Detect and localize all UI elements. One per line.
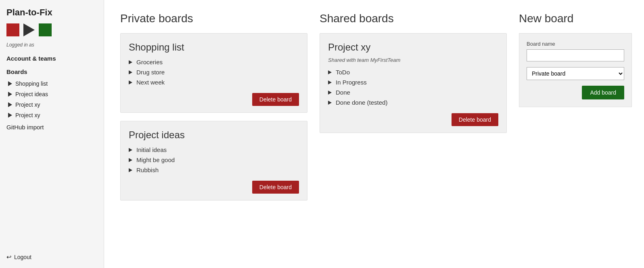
- chevron-right-icon: [8, 81, 12, 86]
- project-ideas-card-title: Project ideas: [129, 129, 299, 141]
- list-item-label: Next week: [136, 79, 165, 86]
- list-item-label: Rubbish: [136, 167, 159, 173]
- sidebar: Plan-to-Fix Logged in as Account & teams…: [0, 0, 104, 268]
- private-boards-column: Private boards Shopping list Groceries D…: [120, 12, 307, 256]
- shopping-list-card: Shopping list Groceries Drug store Next …: [120, 33, 307, 113]
- sidebar-board-project-ideas[interactable]: Project ideas: [6, 89, 97, 99]
- main-content: Private boards Shopping list Groceries D…: [104, 0, 644, 268]
- list-item[interactable]: In Progress: [328, 77, 498, 87]
- sidebar-board-project-xy-2[interactable]: Project xy: [6, 110, 97, 120]
- play-icon: [23, 23, 35, 36]
- board-type-select[interactable]: Private board Shared board: [527, 67, 624, 80]
- chevron-right-icon: [328, 70, 332, 74]
- chevron-right-icon: [8, 113, 12, 118]
- logout-label: Logout: [14, 254, 31, 260]
- sidebar-item-boards[interactable]: Boards: [6, 65, 97, 78]
- list-item-label: Done done (tested): [336, 99, 387, 106]
- project-ideas-card: Project ideas Initial ideas Might be goo…: [120, 121, 307, 200]
- red-square-icon: [6, 23, 19, 36]
- list-item-label: Groceries: [136, 59, 163, 65]
- sidebar-board-project-xy-1[interactable]: Project xy: [6, 99, 97, 110]
- add-board-button[interactable]: Add board: [582, 86, 624, 99]
- list-item-label: Done: [336, 89, 350, 96]
- private-boards-title: Private boards: [120, 12, 307, 25]
- project-xy-card: Project xy Shared with team MyFirstTeam …: [320, 33, 507, 133]
- chevron-right-icon: [129, 168, 132, 172]
- list-item-label: ToDo: [336, 69, 350, 76]
- sidebar-item-account-teams[interactable]: Account & teams: [6, 52, 97, 65]
- chevron-right-icon: [8, 92, 12, 97]
- list-item[interactable]: Done done (tested): [328, 97, 498, 108]
- list-item[interactable]: Rubbish: [129, 165, 299, 175]
- chevron-right-icon: [129, 70, 132, 74]
- green-square-icon: [39, 23, 52, 36]
- delete-board-button[interactable]: Delete board: [452, 113, 498, 126]
- chevron-right-icon: [328, 91, 332, 95]
- shared-boards-column: Shared boards Project xy Shared with tea…: [320, 12, 507, 256]
- list-item-label: In Progress: [336, 79, 367, 86]
- logout-button[interactable]: ↩ Logout: [6, 245, 97, 261]
- icon-row: [6, 23, 97, 36]
- delete-board-button[interactable]: Delete board: [252, 93, 299, 106]
- list-item-label: Might be good: [136, 156, 175, 163]
- chevron-right-icon: [328, 80, 332, 84]
- project-xy-card-subtitle: Shared with team MyFirstTeam: [328, 57, 498, 63]
- shared-boards-title: Shared boards: [320, 12, 507, 25]
- project-xy-card-title: Project xy: [328, 42, 498, 53]
- chevron-right-icon: [129, 148, 132, 152]
- chevron-right-icon: [129, 60, 132, 64]
- shopping-list-card-title: Shopping list: [129, 42, 299, 53]
- list-item-label: Initial ideas: [136, 146, 167, 153]
- chevron-right-icon: [129, 158, 132, 162]
- sidebar-board-shopping-list[interactable]: Shopping list: [6, 78, 97, 89]
- list-item[interactable]: Initial ideas: [129, 145, 299, 155]
- list-item[interactable]: Groceries: [129, 57, 299, 67]
- sidebar-github-import[interactable]: GitHub import: [6, 120, 97, 134]
- logout-icon: ↩: [6, 253, 12, 261]
- list-item-label: Drug store: [136, 69, 165, 76]
- list-item[interactable]: Drug store: [129, 67, 299, 77]
- board-name-input[interactable]: [527, 49, 624, 61]
- list-item[interactable]: Next week: [129, 77, 299, 87]
- new-board-column: New board Board name Private board Share…: [519, 12, 632, 256]
- new-board-title: New board: [519, 12, 632, 25]
- list-item[interactable]: Might be good: [129, 155, 299, 165]
- chevron-right-icon: [129, 80, 132, 84]
- delete-board-button[interactable]: Delete board: [252, 181, 299, 194]
- logged-in-label: Logged in as: [6, 42, 97, 48]
- board-name-label: Board name: [527, 41, 624, 47]
- chevron-right-icon: [8, 102, 12, 107]
- new-board-form: Board name Private board Shared board Ad…: [519, 33, 632, 107]
- app-title: Plan-to-Fix: [6, 7, 97, 18]
- list-item[interactable]: Done: [328, 87, 498, 97]
- list-item[interactable]: ToDo: [328, 67, 498, 77]
- chevron-right-icon: [328, 101, 332, 105]
